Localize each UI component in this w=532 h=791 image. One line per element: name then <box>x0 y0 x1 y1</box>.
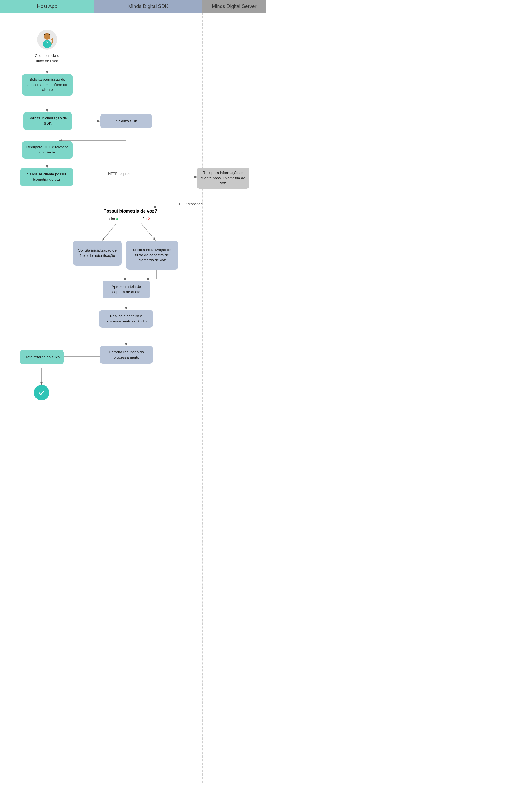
lane-sdk-header: Minds Digital SDK <box>94 0 202 13</box>
node-solicita-init-sdk: Solicita inicialização da SDK <box>23 112 72 130</box>
divider-2 <box>202 13 203 783</box>
checkmark-icon <box>38 389 45 397</box>
svg-line-10 <box>141 224 155 240</box>
http-response-label: HTTP response <box>177 202 203 206</box>
person-icon <box>39 31 55 48</box>
node-retorna-resultado: Retorna resultado do processamento <box>100 346 153 364</box>
lane-host-header: Host App <box>0 0 94 13</box>
diagram: Cliente inicia o fluxo de risco Solicita… <box>0 13 266 783</box>
node-init-cadastro-biometria: Solicita inicialização de fluxo de cadas… <box>126 241 178 270</box>
decision-text: Possui biometria de voz? <box>103 208 157 214</box>
end-circle <box>34 385 49 400</box>
node-inicializa-sdk: Inicializa SDK <box>100 114 152 128</box>
node-recupera-cpf: Recupera CPF e telefone do cliente <box>22 141 73 159</box>
svg-line-9 <box>102 224 116 240</box>
node-recupera-info-biometria: Recupera informação se cliente possui bi… <box>197 168 249 189</box>
nao-icon: ✕ <box>147 216 151 221</box>
svg-point-21 <box>51 38 54 40</box>
node-realiza-captura: Realiza a captura e processamento do áud… <box>99 310 153 328</box>
node-solicita-permissao: Solicita permissão de acesso ao microfon… <box>22 74 73 96</box>
lane-sdk-label: Minds Digital SDK <box>128 4 168 9</box>
lane-server-label: Minds Digital Server <box>212 4 256 9</box>
start-label: Cliente inicia o fluxo de risco <box>33 53 61 64</box>
decision-biometria: Possui biometria de voz? sim ● não ✕ <box>92 208 169 221</box>
avatar <box>37 30 57 50</box>
sim-icon: ● <box>116 216 118 221</box>
lane-server-header: Minds Digital Server <box>202 0 266 13</box>
sim-label: sim ● <box>110 216 118 221</box>
node-init-autenticacao: Solicita inicialização de fluxo de auten… <box>73 241 122 266</box>
node-apresenta-tela-captura: Apresenta tela de captura de áudio <box>102 281 150 298</box>
node-valida-biometria: Valida se cliente possui biometria de vo… <box>20 168 73 186</box>
node-trata-retorno: Trata retorno do fluxo <box>20 350 64 364</box>
http-request-label: HTTP request <box>108 172 131 176</box>
nao-label: não ✕ <box>140 216 151 221</box>
lane-host-label: Host App <box>37 4 57 9</box>
header: Host App Minds Digital SDK Minds Digital… <box>0 0 266 13</box>
svg-point-20 <box>43 40 52 48</box>
